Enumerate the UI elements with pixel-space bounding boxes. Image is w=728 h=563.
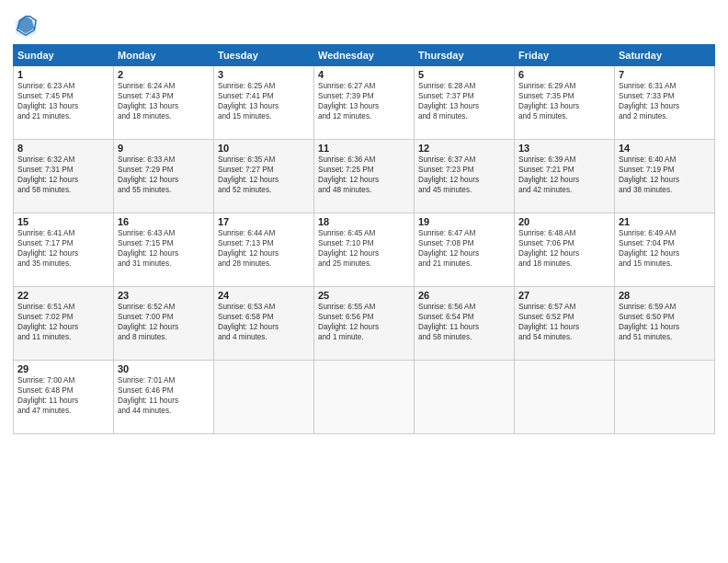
day-cell: 6Sunrise: 6:29 AMSunset: 7:35 PMDaylight…: [515, 66, 615, 140]
day-cell: 5Sunrise: 6:28 AMSunset: 7:37 PMDaylight…: [415, 66, 515, 140]
day-cell: 24Sunrise: 6:53 AMSunset: 6:58 PMDayligh…: [214, 287, 314, 361]
week-row: 8Sunrise: 6:32 AMSunset: 7:31 PMDaylight…: [14, 140, 715, 213]
day-number: 14: [619, 143, 711, 154]
day-number: 27: [518, 290, 610, 301]
calendar-table: SundayMondayTuesdayWednesdayThursdayFrid…: [13, 44, 715, 434]
day-detail: Sunrise: 6:37 AMSunset: 7:23 PMDaylight:…: [418, 155, 510, 195]
weekday-header: Tuesday: [214, 45, 314, 66]
day-number: 7: [619, 69, 711, 80]
day-number: 9: [118, 143, 210, 154]
day-detail: Sunrise: 6:48 AMSunset: 7:06 PMDaylight:…: [518, 228, 610, 269]
day-number: 16: [118, 216, 210, 227]
day-detail: Sunrise: 6:24 AMSunset: 7:43 PMDaylight:…: [118, 81, 210, 121]
day-number: 2: [118, 69, 210, 80]
day-cell: 2Sunrise: 6:24 AMSunset: 7:43 PMDaylight…: [114, 66, 214, 140]
day-cell: 21Sunrise: 6:49 AMSunset: 7:04 PMDayligh…: [615, 213, 715, 287]
day-detail: Sunrise: 7:00 AMSunset: 6:48 PMDaylight:…: [17, 375, 109, 416]
weekday-header: Thursday: [415, 45, 515, 66]
day-detail: Sunrise: 6:47 AMSunset: 7:08 PMDaylight:…: [418, 228, 510, 269]
day-cell: [515, 361, 615, 434]
day-cell: [214, 361, 314, 434]
day-number: 13: [518, 143, 610, 154]
day-detail: Sunrise: 6:55 AMSunset: 6:56 PMDaylight:…: [318, 302, 410, 342]
weekday-header: Sunday: [14, 45, 114, 66]
weekday-header: Wednesday: [314, 45, 415, 66]
week-row: 29Sunrise: 7:00 AMSunset: 6:48 PMDayligh…: [14, 361, 715, 434]
day-number: 25: [318, 290, 410, 301]
day-number: 17: [218, 216, 310, 227]
day-number: 8: [17, 143, 109, 154]
day-detail: Sunrise: 6:41 AMSunset: 7:17 PMDaylight:…: [17, 228, 109, 269]
day-cell: 8Sunrise: 6:32 AMSunset: 7:31 PMDaylight…: [14, 140, 114, 213]
day-detail: Sunrise: 6:39 AMSunset: 7:21 PMDaylight:…: [518, 155, 610, 195]
day-number: 19: [418, 216, 510, 227]
day-detail: Sunrise: 6:49 AMSunset: 7:04 PMDaylight:…: [619, 228, 711, 269]
day-cell: 25Sunrise: 6:55 AMSunset: 6:56 PMDayligh…: [314, 287, 415, 361]
day-cell: 9Sunrise: 6:33 AMSunset: 7:29 PMDaylight…: [114, 140, 214, 213]
day-cell: 27Sunrise: 6:57 AMSunset: 6:52 PMDayligh…: [515, 287, 615, 361]
header: [13, 9, 715, 39]
weekday-header: Saturday: [615, 45, 715, 66]
day-cell: 4Sunrise: 6:27 AMSunset: 7:39 PMDaylight…: [314, 66, 415, 140]
day-detail: Sunrise: 6:23 AMSunset: 7:45 PMDaylight:…: [17, 81, 109, 121]
day-detail: Sunrise: 6:59 AMSunset: 6:50 PMDaylight:…: [619, 302, 711, 342]
day-number: 11: [318, 143, 410, 154]
day-cell: 10Sunrise: 6:35 AMSunset: 7:27 PMDayligh…: [214, 140, 314, 213]
day-number: 23: [118, 290, 210, 301]
day-cell: 14Sunrise: 6:40 AMSunset: 7:19 PMDayligh…: [615, 140, 715, 213]
day-cell: 20Sunrise: 6:48 AMSunset: 7:06 PMDayligh…: [515, 213, 615, 287]
day-number: 28: [619, 290, 711, 301]
day-number: 5: [418, 69, 510, 80]
day-number: 18: [318, 216, 410, 227]
day-cell: 1Sunrise: 6:23 AMSunset: 7:45 PMDaylight…: [14, 66, 114, 140]
page: SundayMondayTuesdayWednesdayThursdayFrid…: [0, 0, 728, 563]
day-cell: 30Sunrise: 7:01 AMSunset: 6:46 PMDayligh…: [114, 361, 214, 434]
weekday-header: Monday: [114, 45, 214, 66]
day-number: 24: [218, 290, 310, 301]
day-number: 6: [518, 69, 610, 80]
day-cell: 18Sunrise: 6:45 AMSunset: 7:10 PMDayligh…: [314, 213, 415, 287]
day-detail: Sunrise: 6:52 AMSunset: 7:00 PMDaylight:…: [118, 302, 210, 342]
day-detail: Sunrise: 6:28 AMSunset: 7:37 PMDaylight:…: [418, 81, 510, 121]
day-detail: Sunrise: 6:32 AMSunset: 7:31 PMDaylight:…: [17, 155, 109, 195]
week-row: 22Sunrise: 6:51 AMSunset: 7:02 PMDayligh…: [14, 287, 715, 361]
day-detail: Sunrise: 6:53 AMSunset: 6:58 PMDaylight:…: [218, 302, 310, 342]
day-cell: 13Sunrise: 6:39 AMSunset: 7:21 PMDayligh…: [515, 140, 615, 213]
day-cell: 3Sunrise: 6:25 AMSunset: 7:41 PMDaylight…: [214, 66, 314, 140]
day-cell: 19Sunrise: 6:47 AMSunset: 7:08 PMDayligh…: [415, 213, 515, 287]
day-number: 12: [418, 143, 510, 154]
day-cell: 15Sunrise: 6:41 AMSunset: 7:17 PMDayligh…: [14, 213, 114, 287]
day-detail: Sunrise: 6:56 AMSunset: 6:54 PMDaylight:…: [418, 302, 510, 342]
day-detail: Sunrise: 6:31 AMSunset: 7:33 PMDaylight:…: [619, 81, 711, 121]
day-number: 22: [17, 290, 109, 301]
day-detail: Sunrise: 6:33 AMSunset: 7:29 PMDaylight:…: [118, 155, 210, 195]
day-cell: 26Sunrise: 6:56 AMSunset: 6:54 PMDayligh…: [415, 287, 515, 361]
day-number: 15: [17, 216, 109, 227]
day-number: 21: [619, 216, 711, 227]
day-detail: Sunrise: 7:01 AMSunset: 6:46 PMDaylight:…: [118, 375, 210, 416]
day-number: 20: [518, 216, 610, 227]
week-row: 1Sunrise: 6:23 AMSunset: 7:45 PMDaylight…: [14, 66, 715, 140]
day-detail: Sunrise: 6:29 AMSunset: 7:35 PMDaylight:…: [518, 81, 610, 121]
day-detail: Sunrise: 6:35 AMSunset: 7:27 PMDaylight:…: [218, 155, 310, 195]
day-detail: Sunrise: 6:27 AMSunset: 7:39 PMDaylight:…: [318, 81, 410, 121]
day-detail: Sunrise: 6:44 AMSunset: 7:13 PMDaylight:…: [218, 228, 310, 269]
day-detail: Sunrise: 6:25 AMSunset: 7:41 PMDaylight:…: [218, 81, 310, 121]
weekday-header: Friday: [515, 45, 615, 66]
day-cell: 16Sunrise: 6:43 AMSunset: 7:15 PMDayligh…: [114, 213, 214, 287]
day-number: 1: [17, 69, 109, 80]
day-number: 30: [118, 363, 210, 374]
day-cell: [314, 361, 415, 434]
day-detail: Sunrise: 6:57 AMSunset: 6:52 PMDaylight:…: [518, 302, 610, 342]
day-cell: 23Sunrise: 6:52 AMSunset: 7:00 PMDayligh…: [114, 287, 214, 361]
logo-icon: [13, 13, 39, 39]
day-cell: 7Sunrise: 6:31 AMSunset: 7:33 PMDaylight…: [615, 66, 715, 140]
week-row: 15Sunrise: 6:41 AMSunset: 7:17 PMDayligh…: [14, 213, 715, 287]
day-cell: 22Sunrise: 6:51 AMSunset: 7:02 PMDayligh…: [14, 287, 114, 361]
day-detail: Sunrise: 6:36 AMSunset: 7:25 PMDaylight:…: [318, 155, 410, 195]
day-detail: Sunrise: 6:40 AMSunset: 7:19 PMDaylight:…: [619, 155, 711, 195]
day-number: 4: [318, 69, 410, 80]
day-cell: 17Sunrise: 6:44 AMSunset: 7:13 PMDayligh…: [214, 213, 314, 287]
day-detail: Sunrise: 6:43 AMSunset: 7:15 PMDaylight:…: [118, 228, 210, 269]
day-cell: 12Sunrise: 6:37 AMSunset: 7:23 PMDayligh…: [415, 140, 515, 213]
